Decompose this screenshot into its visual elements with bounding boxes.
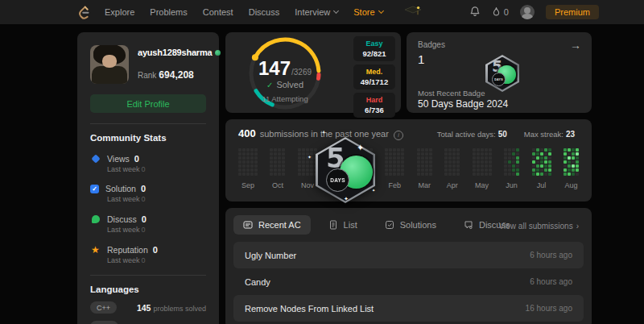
stat-value: 0 [142, 214, 147, 224]
heatmap-cell [250, 156, 254, 160]
reputation-icon: ★ [90, 244, 101, 255]
heatmap-month-grid [298, 148, 317, 176]
50-days-badge-overlay: 5 DAYS [316, 137, 375, 203]
heatmap-cell [568, 148, 571, 152]
stat-label: Solution [105, 184, 136, 193]
heatmap-cell [452, 160, 456, 164]
heatmap-cell [504, 148, 507, 152]
heatmap-cell [564, 156, 567, 160]
heatmap-cell [452, 152, 456, 156]
community-stat-views: Views0 [90, 153, 206, 164]
heatmap-cell [274, 168, 277, 172]
nav-link-discuss[interactable]: Discuss [249, 7, 280, 17]
heatmap-cell [481, 160, 484, 164]
heatmap-cell [270, 168, 273, 172]
heatmap-month-label: Nov [301, 181, 314, 189]
premium-button[interactable]: Premium [546, 5, 599, 19]
nav-link-interview[interactable]: Interview [295, 7, 338, 17]
stat-value: 0 [134, 154, 139, 164]
edit-profile-button[interactable]: Edit Profile [90, 94, 206, 113]
last-week-label: Last week [107, 195, 140, 203]
heatmap-cell [238, 160, 242, 164]
stat-last-week: Last week0 [90, 165, 206, 173]
streak-counter[interactable]: 0 [492, 6, 509, 19]
heatmap-cell [485, 160, 488, 164]
heatmap-cell [512, 160, 515, 164]
heatmap-cell [429, 156, 432, 160]
nav-link-problems[interactable]: Problems [150, 7, 187, 17]
nav-link-contest[interactable]: Contest [203, 7, 233, 17]
profile-avatar[interactable] [90, 45, 129, 84]
tab-recent-ac[interactable]: Recent AC [233, 215, 311, 235]
heatmap-cell [448, 160, 452, 164]
language-tag: Java [90, 321, 118, 324]
heatmap-cell [548, 164, 551, 168]
heatmap-cell [576, 168, 579, 172]
heatmap-cell [397, 156, 400, 160]
heatmap-cell [298, 152, 301, 156]
view-all-submissions-link[interactable]: View all submissions › [499, 222, 579, 231]
heatmap-cell [568, 152, 571, 156]
submission-time: 16 hours ago [526, 304, 572, 313]
languages-title: Languages [90, 285, 206, 294]
info-icon[interactable]: i [394, 131, 403, 140]
heatmap-cell [238, 152, 242, 156]
stat-label: Reputation [107, 245, 148, 255]
heatmap-cell [417, 156, 420, 160]
tab-list[interactable]: List [319, 215, 367, 235]
heatmap-cell [242, 164, 246, 168]
heatmap-cell [504, 152, 507, 156]
heatmap-month-label: Mar [418, 181, 431, 189]
leetcode-logo-icon[interactable] [79, 6, 90, 19]
heatmap-cell [473, 172, 476, 176]
nav-link-explore[interactable]: Explore [105, 7, 134, 17]
heatmap-cell [250, 152, 254, 156]
recent-submissions-card: Recent ACListSolutionsDiscuss View all s… [225, 208, 592, 324]
heatmap-month-label: Jul [537, 181, 547, 189]
heatmap-cell [250, 172, 254, 176]
heatmap-cell [425, 164, 428, 168]
nav-avatar[interactable] [520, 5, 535, 19]
language-row: C++145problems solved [90, 301, 206, 314]
heatmap-cell [532, 160, 535, 164]
rank: Rank694,208 [138, 69, 206, 81]
nav-link-store[interactable]: Store [353, 7, 382, 17]
heatmap-cell [576, 148, 579, 152]
heatmap-cell [250, 160, 254, 164]
heatmap-cell [532, 156, 535, 160]
arrow-right-icon[interactable]: → [570, 39, 581, 52]
heatmap-cell [302, 160, 305, 164]
heatmap-month-grid [270, 148, 285, 176]
heatmap-month-grid [417, 148, 432, 176]
heatmap-cell [401, 172, 404, 176]
difficulty-label: Med. [353, 68, 395, 76]
heatmap-cell [489, 168, 492, 172]
50-days-badge[interactable]: 5 DAYS [485, 55, 519, 92]
heatmap-cell [282, 148, 285, 152]
heatmap-cell [389, 160, 392, 164]
tab-solutions[interactable]: Solutions [375, 215, 446, 235]
streak-count: 0 [504, 7, 509, 17]
heatmap-cell [548, 160, 551, 164]
submission-row[interactable]: Remove Nodes From Linked List16 hours ag… [233, 295, 584, 322]
heatmap-cell [393, 168, 396, 172]
heatmap-cell [417, 152, 420, 156]
last-week-label: Last week [107, 226, 140, 234]
heatmap-cell [417, 164, 420, 168]
heatmap-cell [504, 172, 507, 176]
heatmap-cell [282, 156, 285, 160]
heatmap-cell [448, 164, 452, 168]
bell-icon[interactable] [469, 6, 481, 19]
heatmap-month: Mar [417, 148, 432, 189]
submission-row[interactable]: Candy6 hours ago [233, 268, 584, 295]
difficulty-hard: Hard6/736 [353, 93, 395, 118]
tab-label: Recent AC [258, 220, 301, 230]
total-active-days: Total active days:50 [437, 130, 511, 139]
graduation-cap-icon[interactable] [403, 5, 423, 19]
submission-row[interactable]: Ugly Number6 hours ago [233, 242, 584, 268]
heatmap-cell [401, 168, 404, 172]
heatmap-cell [473, 148, 476, 152]
heatmap-cell [477, 148, 480, 152]
solved-count: 147 [258, 59, 291, 78]
heatmap-cell [477, 152, 480, 156]
